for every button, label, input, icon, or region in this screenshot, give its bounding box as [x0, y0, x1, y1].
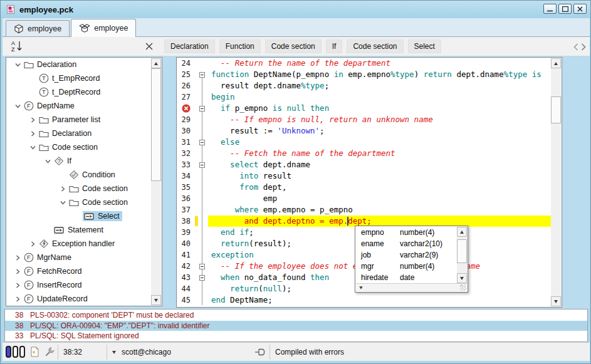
chevron-down-icon[interactable] — [13, 61, 23, 68]
popup-scroll-thumb[interactable] — [457, 239, 467, 263]
chevron-right-icon[interactable] — [13, 282, 23, 289]
code-line-33[interactable]: 33 select dept.dname — [177, 159, 551, 170]
connection-dropdown-icon[interactable] — [112, 351, 116, 354]
completion-item-hiredate[interactable]: hiredatedate — [356, 272, 457, 283]
breadcrumb-code-section[interactable]: Code section — [347, 39, 403, 53]
code-line-25[interactable]: 25function DeptName(p_empno in emp.empno… — [177, 69, 551, 80]
tab-label: employee — [94, 24, 128, 33]
close-tree-icon[interactable] — [144, 41, 154, 51]
code-line-32[interactable]: 32 -- Fetch the name of the department — [177, 148, 551, 159]
tree-item-deptname[interactable]: FDeptName — [6, 99, 162, 113]
completion-item-mgr[interactable]: mgrnumber(4) — [356, 261, 457, 272]
chevron-right-icon[interactable] — [13, 296, 23, 303]
scroll-down-icon[interactable] — [457, 273, 467, 283]
tree-item-select[interactable]: Select — [6, 209, 162, 223]
completion-item-ename[interactable]: enamevarchar2(10) — [356, 238, 457, 249]
chevron-right-icon[interactable] — [13, 268, 23, 275]
code-line-31[interactable]: 31 else — [177, 137, 551, 148]
tree-scroll-thumb[interactable] — [151, 68, 161, 181]
fold-toggle-icon[interactable] — [196, 72, 208, 78]
chevron-right-icon[interactable] — [28, 117, 38, 123]
code-line-37[interactable]: 37 where emp.empno = p_empno — [177, 204, 551, 216]
error-row[interactable]: 33PL/SQL: SQL Statement ignored — [5, 331, 587, 341]
resize-grip[interactable] — [460, 284, 466, 291]
chevron-down-icon[interactable] — [28, 144, 38, 151]
code-line-27[interactable]: 27begin — [177, 91, 551, 103]
chevron-right-icon[interactable] — [58, 185, 68, 192]
tree-item-updaterecord[interactable]: FUpdateRecord — [6, 292, 162, 306]
scroll-down-icon[interactable] — [551, 296, 561, 306]
tree-item-statement[interactable]: Statement — [6, 223, 162, 237]
breadcrumb-select[interactable]: Select — [408, 39, 441, 53]
tree-item-if[interactable]: ?If — [6, 154, 162, 168]
error-row[interactable]: 38PL/SQL: ORA-00904: "EMP"."DEPT": inval… — [5, 321, 587, 331]
tree-item-parameter-list[interactable]: Parameter list — [6, 113, 162, 127]
scroll-up-icon[interactable] — [457, 227, 467, 237]
code-line-28[interactable]: if p_empno is null then — [177, 103, 551, 114]
tree-item-content: Code section — [38, 142, 100, 152]
wrench-icon[interactable] — [44, 346, 55, 357]
tree-item-fetchrecord[interactable]: FFetchRecord — [6, 264, 162, 278]
code-line-36[interactable]: 36 emp — [177, 193, 551, 204]
tree-item-code-section[interactable]: Code section — [6, 182, 162, 195]
code-line-26[interactable]: 26 result dept.dname%type; — [177, 80, 551, 91]
scroll-up-icon[interactable] — [551, 58, 561, 68]
tree-item-code-section[interactable]: Code section — [6, 195, 162, 209]
tree-item-condition[interactable]: Condition — [6, 168, 162, 182]
tree-item-mgrname[interactable]: FMgrName — [6, 251, 162, 264]
fold-toggle-icon[interactable] — [196, 162, 208, 168]
connection-label[interactable]: scott@chicago — [122, 348, 171, 356]
tree-item-t-emprecord[interactable]: Tt_EmpRecord — [6, 71, 162, 85]
new-file-icon[interactable]: * — [30, 346, 39, 357]
pin-icon[interactable] — [254, 348, 267, 356]
breadcrumb-code-section[interactable]: Code section — [265, 39, 322, 53]
code-line-35[interactable]: 35 from dept, — [177, 182, 551, 193]
chevron-right-icon[interactable] — [28, 130, 38, 137]
code-segment: in — [334, 69, 343, 80]
tree-scrollbar[interactable] — [151, 58, 161, 305]
code-text: -- Return the name of the department — [208, 58, 551, 69]
fold-toggle-icon[interactable] — [196, 275, 208, 281]
maximize-button[interactable] — [558, 4, 572, 14]
error-row[interactable]: 38PLS-00302: component 'DEPT' must be de… — [5, 310, 587, 321]
fold-toggle-icon[interactable] — [196, 140, 208, 145]
indicator-pill-3 — [19, 346, 25, 358]
code-line-34[interactable]: 34 into result — [177, 170, 551, 182]
scroll-down-icon[interactable] — [151, 295, 161, 305]
tree-item-t-deptrecord[interactable]: Tt_DeptRecord — [6, 85, 162, 99]
code-line-30[interactable]: 30 result := 'Unknown'; — [177, 125, 551, 137]
tree-item-declaration[interactable]: Declaration — [6, 58, 162, 71]
chevron-down-icon[interactable] — [43, 158, 53, 165]
code-line-24[interactable]: 24 -- Return the name of the department — [177, 58, 551, 69]
chevron-down-icon[interactable] — [58, 199, 68, 206]
editor-scroll-thumb[interactable] — [551, 96, 561, 123]
tree-item-insertrecord[interactable]: FInsertRecord — [6, 278, 162, 292]
tree-item-exception-handler[interactable]: Exception handler — [6, 237, 162, 251]
tree-item-declaration[interactable]: Declaration — [6, 127, 162, 140]
sort-alpha-icon[interactable]: AZ — [10, 39, 24, 53]
tab-employee[interactable]: employee — [6, 20, 70, 36]
breadcrumb-if[interactable]: If — [326, 39, 343, 53]
completion-item-job[interactable]: jobvarchar2(9) — [356, 249, 457, 261]
nav-forward-icon[interactable] — [581, 42, 586, 53]
chevron-down-icon[interactable] — [13, 103, 23, 110]
minimize-button[interactable] — [543, 4, 557, 14]
fold-toggle-icon[interactable] — [196, 106, 208, 112]
expand-more-icon[interactable] — [359, 286, 362, 289]
breadcrumb-function[interactable]: Function — [219, 39, 261, 53]
scroll-up-icon[interactable] — [151, 58, 161, 68]
code-line-29[interactable]: 29 -- If empno is null, return an unknow… — [177, 114, 551, 125]
chevron-right-icon[interactable] — [28, 241, 38, 247]
chevron-right-icon[interactable] — [13, 254, 23, 261]
nav-back-icon[interactable] — [573, 42, 578, 53]
completion-item-empno[interactable]: empnonumber(4) — [356, 227, 457, 238]
popup-scrollbar[interactable] — [457, 227, 467, 283]
close-button[interactable] — [573, 4, 587, 14]
fold-toggle-icon[interactable] — [196, 264, 208, 269]
code-line-45[interactable]: 45end DeptName; — [177, 294, 551, 306]
editor-scrollbar[interactable] — [551, 58, 561, 306]
tree-item-code-section[interactable]: Code section — [6, 140, 162, 154]
tab-employee[interactable]: employee — [71, 19, 136, 37]
tree-item-label: UpdateRecord — [37, 294, 88, 303]
breadcrumb-declaration[interactable]: Declaration — [164, 39, 215, 53]
